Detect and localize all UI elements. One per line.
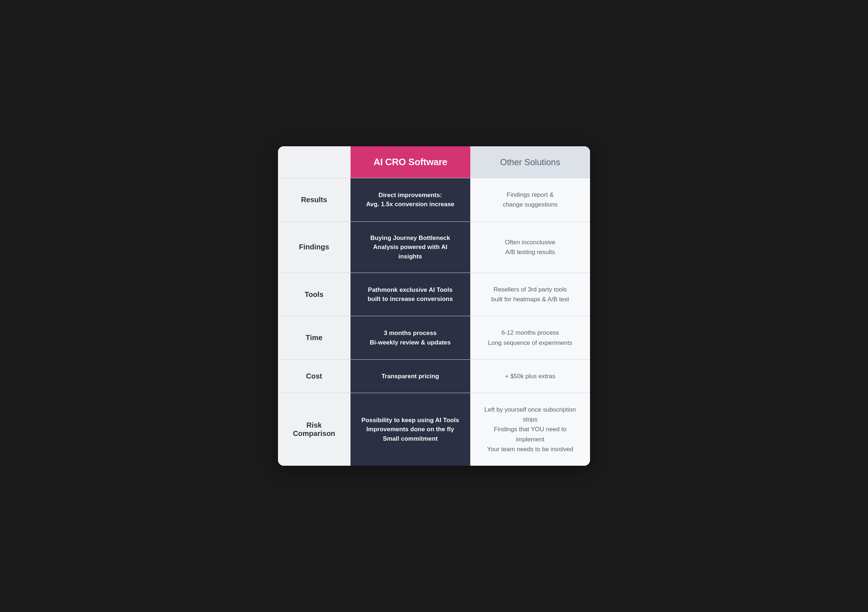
data-row-cost: CostTransparent pricing+ $50k plus extra… bbox=[278, 359, 590, 393]
row-label-text-results: Results bbox=[301, 196, 327, 204]
row-other-text-time: 6-12 months process Long sequence of exp… bbox=[488, 328, 573, 347]
row-ai-findings: Buying Journey Bottleneck Analysis power… bbox=[350, 222, 470, 273]
row-ai-tools: Pathmonk exclusive AI Tools built to inc… bbox=[350, 273, 470, 316]
row-label-risk: Risk Comparison bbox=[278, 393, 350, 466]
data-row-findings: FindingsBuying Journey Bottleneck Analys… bbox=[278, 221, 590, 273]
row-other-cost: + $50k plus extras bbox=[470, 360, 590, 393]
rows-container: ResultsDirect improvements: Avg. 1.5x co… bbox=[278, 178, 590, 466]
row-label-text-time: Time bbox=[305, 334, 322, 342]
row-other-text-findings: Often inconclusive A/B testing results bbox=[505, 238, 556, 257]
row-ai-text-risk: Possibility to keep using AI Tools Impro… bbox=[361, 416, 459, 444]
header-other-label: Other Solutions bbox=[500, 157, 560, 167]
row-ai-text-results: Direct improvements: Avg. 1.5x conversio… bbox=[366, 191, 454, 209]
row-ai-text-cost: Transparent pricing bbox=[381, 372, 439, 381]
data-row-risk: Risk ComparisonPossibility to keep using… bbox=[278, 393, 590, 466]
header-other-cell: Other Solutions bbox=[470, 146, 590, 178]
row-ai-text-time: 3 months process Bi-weekly review & upda… bbox=[370, 328, 451, 347]
row-label-results: Results bbox=[278, 178, 350, 221]
row-other-tools: Resellers of 3rd party tools built for h… bbox=[470, 273, 590, 316]
row-label-text-tools: Tools bbox=[305, 290, 324, 299]
row-label-findings: Findings bbox=[278, 222, 350, 273]
header-ai-label: AI CRO Software bbox=[374, 157, 448, 168]
header-row: AI CRO Software Other Solutions bbox=[278, 146, 590, 178]
row-other-time: 6-12 months process Long sequence of exp… bbox=[470, 316, 590, 359]
row-ai-risk: Possibility to keep using AI Tools Impro… bbox=[350, 393, 470, 466]
row-other-text-results: Findings report & change suggestions bbox=[502, 190, 557, 210]
comparison-table: AI CRO Software Other Solutions ResultsD… bbox=[278, 146, 590, 466]
data-row-tools: ToolsPathmonk exclusive AI Tools built t… bbox=[278, 273, 590, 316]
row-label-cost: Cost bbox=[278, 360, 350, 393]
row-label-time: Time bbox=[278, 316, 350, 359]
row-ai-cost: Transparent pricing bbox=[350, 360, 470, 393]
header-ai-cell: AI CRO Software bbox=[350, 146, 470, 178]
row-other-findings: Often inconclusive A/B testing results bbox=[470, 222, 590, 273]
row-other-results: Findings report & change suggestions bbox=[470, 178, 590, 221]
row-ai-text-tools: Pathmonk exclusive AI Tools built to inc… bbox=[367, 285, 453, 304]
row-other-text-risk: Left by yourself once subscription stops… bbox=[480, 405, 580, 454]
row-label-text-findings: Findings bbox=[299, 243, 329, 251]
row-label-text-risk: Risk Comparison bbox=[285, 421, 343, 438]
row-ai-time: 3 months process Bi-weekly review & upda… bbox=[350, 316, 470, 359]
row-other-text-cost: + $50k plus extras bbox=[505, 371, 555, 381]
row-other-risk: Left by yourself once subscription stops… bbox=[470, 393, 590, 466]
row-label-text-cost: Cost bbox=[306, 372, 322, 381]
data-row-results: ResultsDirect improvements: Avg. 1.5x co… bbox=[278, 178, 590, 221]
row-label-tools: Tools bbox=[278, 273, 350, 316]
row-ai-results: Direct improvements: Avg. 1.5x conversio… bbox=[350, 178, 470, 221]
header-empty-cell bbox=[278, 146, 350, 178]
row-ai-text-findings: Buying Journey Bottleneck Analysis power… bbox=[361, 233, 460, 261]
data-row-time: Time3 months process Bi-weekly review & … bbox=[278, 316, 590, 359]
row-other-text-tools: Resellers of 3rd party tools built for h… bbox=[491, 284, 569, 304]
